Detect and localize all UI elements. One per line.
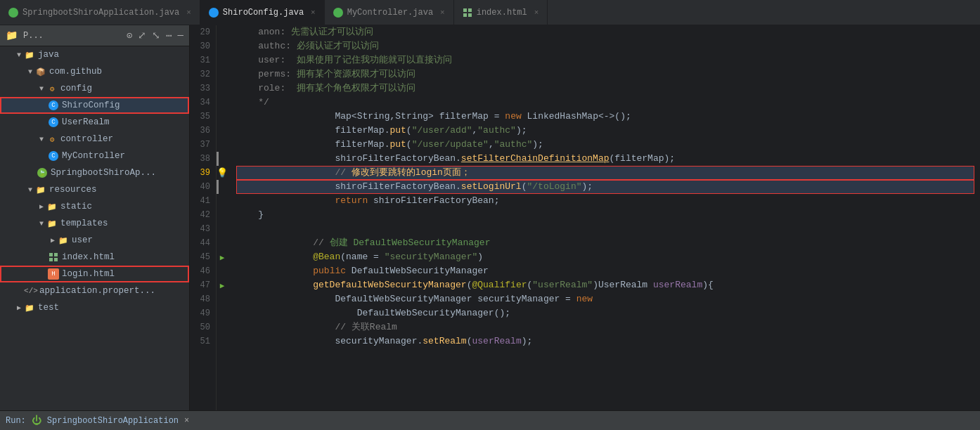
run-label: Run: [6, 416, 26, 426]
sidebar-item-controller[interactable]: ▼ ⚙️ controller [0, 131, 189, 148]
tab-springboot[interactable]: SpringbootShiroApplication.java × [0, 0, 200, 25]
code-line-32: perms: 拥有某个资源权限才可以访问 [236, 67, 974, 82]
gutter-47: ▶ [217, 278, 228, 292]
sidebar-label-java: java [38, 50, 59, 60]
gutter-48 [217, 292, 228, 306]
sidebar-item-appprops[interactable]: </> application.propert... [0, 282, 189, 299]
folder-controller-icon: ⚙️ [46, 133, 58, 145]
run-close[interactable]: × [184, 416, 189, 426]
props-icon: </> [25, 285, 37, 297]
html-index-icon [48, 252, 59, 263]
sidebar-label-controller: controller [60, 134, 113, 144]
java-green-icon [8, 8, 18, 18]
gutter-29 [217, 25, 228, 39]
tab-springboot-close[interactable]: × [186, 8, 191, 17]
gutter-43 [217, 222, 228, 236]
svg-rect-4 [49, 253, 53, 256]
tab-shiroconfig[interactable]: ShiroConfig.java × [200, 0, 325, 25]
folder-com-github-icon: 📦 [35, 66, 46, 77]
dots-icon[interactable]: ⋯ [166, 30, 172, 41]
collapse-icon[interactable]: ⤡ [152, 30, 160, 41]
gutter-46 [217, 264, 228, 278]
sidebar-item-test[interactable]: ▶ 📁 test [0, 299, 189, 316]
tab-springboot-label: SpringbootShiroApplication.java [22, 8, 179, 18]
sidebar-item-static[interactable]: ▶ 📁 static [0, 198, 189, 215]
tab-shiroconfig-close[interactable]: × [311, 8, 316, 17]
code-line-51: securityManager.setRealm(userRealm); [236, 334, 974, 348]
gutter-40 [217, 180, 231, 194]
sidebar-label-userrealm: UserRealm [62, 117, 110, 127]
gutter-37 [217, 138, 228, 152]
tab-mycontroller[interactable]: MyController.java × [325, 0, 454, 25]
sidebar-item-userrealm[interactable]: C UserRealm [0, 114, 189, 131]
gutter-41 [217, 194, 228, 208]
folder-templates-icon: 📁 [46, 218, 58, 229]
svg-rect-6 [49, 258, 53, 261]
arrow-controller: ▼ [37, 134, 46, 144]
sidebar-item-com-github[interactable]: ▼ 📦 com.github [0, 63, 189, 80]
svg-rect-0 [463, 8, 467, 12]
sidebar-label-test: test [38, 303, 59, 313]
gutter-38 [217, 152, 231, 166]
sidebar-item-templates[interactable]: ▼ 📁 templates [0, 215, 189, 232]
sidebar-item-indexhtml[interactable]: index.html [0, 249, 189, 266]
code-editor[interactable]: anon: 先需认证才可以访问 authc: 必须认证才可以访问 user: 如… [231, 25, 980, 410]
html-login-icon: H [48, 268, 59, 280]
gutter-39-bulb[interactable]: 💡 [217, 166, 228, 180]
minimize-icon[interactable]: — [178, 30, 183, 41]
sidebar-item-config[interactable]: ▼ ⚙️ config [0, 80, 189, 97]
code-text-39: // 修改到要跳转的login页面； [236, 152, 470, 194]
tab-mycontroller-close[interactable]: × [440, 8, 445, 17]
arrow-user: ▶ [48, 235, 58, 245]
code-text-29: anon: 先需认证才可以访问 [236, 25, 373, 39]
sidebar-label-resources: resources [49, 185, 97, 195]
code-line-39: // 修改到要跳转的login页面； [236, 166, 974, 180]
sidebar-item-loginhtml[interactable]: H login.html [0, 266, 189, 282]
gutter-42 [217, 208, 228, 222]
tab-index[interactable]: index.html × [454, 0, 548, 25]
code-text-32: perms: 拥有某个资源权限才可以访问 [236, 67, 415, 82]
code-line-29: anon: 先需认证才可以访问 [236, 25, 974, 39]
line-numbers: 2930313233 3435363738 39 4041424344 4546… [190, 25, 217, 410]
code-text-30: authc: 必须认证才可以访问 [236, 39, 379, 53]
sidebar-label-config: config [60, 84, 92, 93]
sidebar-item-resources[interactable]: ▼ 📁 resources [0, 181, 189, 198]
gutter-34 [217, 96, 228, 110]
sidebar-label-com-github: com.github [49, 67, 102, 77]
code-line-31: user: 如果使用了记住我功能就可以直接访问 [236, 53, 974, 67]
run-icon: ⏻ [32, 415, 41, 426]
grid-icon [463, 8, 472, 18]
tab-shiroconfig-label: ShiroConfig.java [223, 8, 304, 18]
sidebar-item-springbootapp[interactable]: 🍃 SpringbootShiroAp... [0, 164, 189, 181]
svg-rect-2 [463, 13, 467, 17]
code-line-30: authc: 必须认证才可以访问 [236, 39, 974, 53]
class-shiroconfig-icon: C [48, 100, 59, 111]
svg-rect-3 [468, 13, 472, 17]
class-userrealm-icon: C [48, 117, 59, 128]
sidebar-label-mycontroller: MyController [62, 151, 125, 161]
sidebar-item-mycontroller[interactable]: C MyController [0, 148, 189, 164]
sidebar-label-static: static [60, 202, 92, 211]
gutter-31 [217, 53, 228, 67]
arrow-static: ▶ [37, 202, 46, 211]
gutter-36 [217, 124, 228, 138]
sidebar-label-user: user [72, 235, 93, 245]
run-app-label: SpringbootShiroApplication [47, 416, 179, 426]
expand-icon[interactable]: ⤢ [138, 30, 146, 41]
class-mycontroller-icon: C [48, 150, 59, 162]
target-icon[interactable]: ⊙ [127, 30, 132, 41]
svg-rect-5 [54, 253, 58, 256]
gutter-50 [217, 320, 228, 334]
arrow-java: ▼ [14, 50, 24, 60]
project-label: P... [23, 31, 44, 41]
main-area: 📁 P... ⊙ ⤢ ⤡ ⋯ — ▼ 📁 java ▼ 📦 com.github… [0, 25, 980, 410]
folder-config-icon: ⚙️ [46, 83, 58, 94]
gutter-32 [217, 67, 228, 82]
tab-index-close[interactable]: × [534, 8, 539, 17]
code-text-51: securityManager.setRealm(userRealm); [236, 320, 532, 363]
sidebar-item-shiroconfig[interactable]: C ShiroConfig [0, 97, 189, 114]
java-blue-icon [209, 8, 219, 18]
sidebar-item-user[interactable]: ▶ 📁 user [0, 232, 189, 249]
sidebar-item-java[interactable]: ▼ 📁 java [0, 46, 189, 63]
folder-static-icon: 📁 [46, 201, 58, 212]
